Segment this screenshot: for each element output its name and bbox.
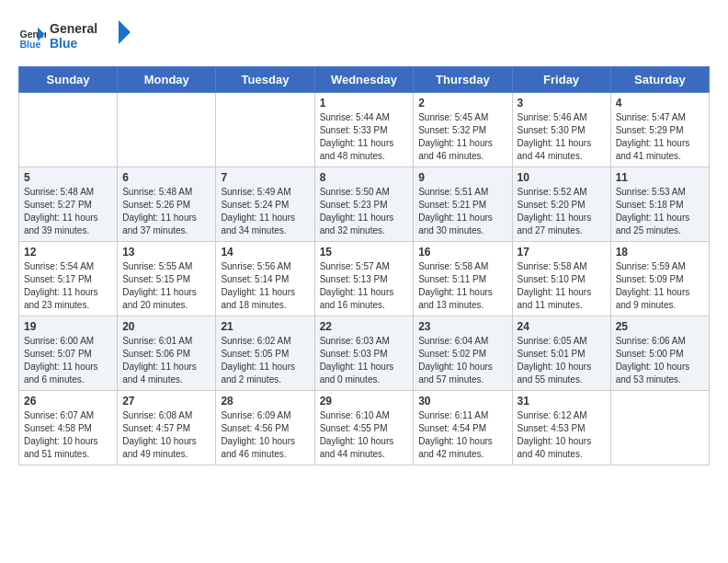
calendar-cell: 25Sunrise: 6:06 AM Sunset: 5:00 PM Dayli…: [610, 316, 709, 390]
calendar-cell: 31Sunrise: 6:12 AM Sunset: 4:53 PM Dayli…: [512, 390, 610, 465]
day-number: 13: [122, 246, 210, 259]
day-number: 31: [518, 395, 606, 408]
day-number: 26: [24, 395, 112, 408]
day-number: 22: [320, 320, 409, 333]
calendar-cell: 5Sunrise: 5:48 AM Sunset: 5:27 PM Daylig…: [19, 167, 118, 241]
calendar-cell: 3Sunrise: 5:46 AM Sunset: 5:30 PM Daylig…: [512, 92, 610, 167]
logo-icon: General Blue: [18, 24, 46, 52]
day-info: Sunrise: 5:48 AM Sunset: 5:27 PM Dayligh…: [24, 186, 112, 237]
day-number: 2: [418, 97, 506, 109]
day-number: 17: [518, 246, 606, 259]
day-number: 16: [418, 246, 506, 259]
day-info: Sunrise: 6:08 AM Sunset: 4:57 PM Dayligh…: [122, 409, 210, 461]
day-info: Sunrise: 6:01 AM Sunset: 5:06 PM Dayligh…: [122, 335, 210, 386]
calendar-table: SundayMondayTuesdayWednesdayThursdayFrid…: [18, 66, 710, 465]
day-info: Sunrise: 5:56 AM Sunset: 5:14 PM Dayligh…: [221, 260, 309, 312]
weekday-header-thursday: Thursday: [414, 66, 512, 92]
day-info: Sunrise: 6:04 AM Sunset: 5:02 PM Dayligh…: [418, 335, 506, 386]
svg-marker-5: [119, 20, 131, 44]
weekday-header-tuesday: Tuesday: [216, 66, 314, 92]
calendar-cell: 7Sunrise: 5:49 AM Sunset: 5:24 PM Daylig…: [216, 167, 314, 241]
day-info: Sunrise: 5:49 AM Sunset: 5:24 PM Dayligh…: [221, 186, 309, 237]
calendar-cell: 12Sunrise: 5:54 AM Sunset: 5:17 PM Dayli…: [19, 241, 118, 316]
weekday-header-friday: Friday: [512, 66, 610, 92]
day-info: Sunrise: 6:09 AM Sunset: 4:56 PM Dayligh…: [221, 409, 309, 461]
week-row-4: 19Sunrise: 6:00 AM Sunset: 5:07 PM Dayli…: [19, 316, 710, 390]
calendar-cell: 8Sunrise: 5:50 AM Sunset: 5:23 PM Daylig…: [314, 167, 414, 241]
day-info: Sunrise: 6:12 AM Sunset: 4:53 PM Dayligh…: [518, 409, 606, 461]
day-info: Sunrise: 5:45 AM Sunset: 5:32 PM Dayligh…: [418, 111, 506, 163]
logo: General Blue General Blue: [18, 18, 132, 57]
week-row-1: 1Sunrise: 5:44 AM Sunset: 5:33 PM Daylig…: [19, 92, 710, 167]
day-number: 24: [518, 320, 606, 333]
week-row-2: 5Sunrise: 5:48 AM Sunset: 5:27 PM Daylig…: [19, 167, 710, 241]
day-number: 9: [418, 171, 506, 184]
day-info: Sunrise: 5:52 AM Sunset: 5:20 PM Dayligh…: [518, 186, 606, 237]
calendar-cell: 15Sunrise: 5:57 AM Sunset: 5:13 PM Dayli…: [314, 241, 414, 316]
day-number: 12: [24, 246, 112, 259]
logo-line1: General Blue: [50, 18, 132, 57]
svg-text:Blue: Blue: [20, 38, 41, 49]
day-number: 11: [616, 171, 704, 184]
day-info: Sunrise: 5:50 AM Sunset: 5:23 PM Dayligh…: [320, 186, 409, 237]
calendar-cell: 23Sunrise: 6:04 AM Sunset: 5:02 PM Dayli…: [414, 316, 512, 390]
day-number: 20: [122, 320, 210, 333]
day-number: 3: [518, 97, 606, 109]
day-number: 15: [320, 246, 409, 259]
day-number: 23: [418, 320, 506, 333]
calendar-cell: [19, 92, 118, 167]
calendar-cell: 30Sunrise: 6:11 AM Sunset: 4:54 PM Dayli…: [414, 390, 512, 465]
calendar-cell: 6Sunrise: 5:48 AM Sunset: 5:26 PM Daylig…: [118, 167, 216, 241]
calendar-cell: 13Sunrise: 5:55 AM Sunset: 5:15 PM Dayli…: [118, 241, 216, 316]
calendar-cell: 18Sunrise: 5:59 AM Sunset: 5:09 PM Dayli…: [610, 241, 709, 316]
calendar-cell: 10Sunrise: 5:52 AM Sunset: 5:20 PM Dayli…: [512, 167, 610, 241]
calendar-cell: 11Sunrise: 5:53 AM Sunset: 5:18 PM Dayli…: [610, 167, 709, 241]
day-number: 14: [221, 246, 309, 259]
day-number: 4: [616, 97, 704, 109]
calendar-cell: 19Sunrise: 6:00 AM Sunset: 5:07 PM Dayli…: [19, 316, 118, 390]
day-info: Sunrise: 6:11 AM Sunset: 4:54 PM Dayligh…: [418, 409, 506, 461]
calendar-cell: [118, 92, 216, 167]
day-number: 19: [24, 320, 112, 333]
day-number: 30: [418, 395, 506, 408]
calendar-cell: 28Sunrise: 6:09 AM Sunset: 4:56 PM Dayli…: [216, 390, 314, 465]
day-number: 8: [320, 171, 409, 184]
day-info: Sunrise: 5:59 AM Sunset: 5:09 PM Dayligh…: [616, 260, 704, 312]
day-info: Sunrise: 5:53 AM Sunset: 5:18 PM Dayligh…: [616, 186, 704, 237]
day-number: 10: [518, 171, 606, 184]
day-number: 18: [616, 246, 704, 259]
day-info: Sunrise: 6:03 AM Sunset: 5:03 PM Dayligh…: [320, 335, 409, 386]
calendar-cell: 4Sunrise: 5:47 AM Sunset: 5:29 PM Daylig…: [610, 92, 709, 167]
week-row-5: 26Sunrise: 6:07 AM Sunset: 4:58 PM Dayli…: [19, 390, 710, 465]
calendar-cell: 22Sunrise: 6:03 AM Sunset: 5:03 PM Dayli…: [314, 316, 414, 390]
calendar-cell: [216, 92, 314, 167]
calendar-cell: 27Sunrise: 6:08 AM Sunset: 4:57 PM Dayli…: [118, 390, 216, 465]
calendar-cell: 2Sunrise: 5:45 AM Sunset: 5:32 PM Daylig…: [414, 92, 512, 167]
day-number: 1: [320, 97, 409, 109]
day-info: Sunrise: 6:06 AM Sunset: 5:00 PM Dayligh…: [616, 335, 704, 386]
calendar-cell: 16Sunrise: 5:58 AM Sunset: 5:11 PM Dayli…: [414, 241, 512, 316]
day-info: Sunrise: 5:44 AM Sunset: 5:33 PM Dayligh…: [320, 111, 409, 163]
day-info: Sunrise: 5:46 AM Sunset: 5:30 PM Dayligh…: [518, 111, 606, 163]
day-number: 21: [221, 320, 309, 333]
calendar-cell: 24Sunrise: 6:05 AM Sunset: 5:01 PM Dayli…: [512, 316, 610, 390]
calendar-cell: 1Sunrise: 5:44 AM Sunset: 5:33 PM Daylig…: [314, 92, 414, 167]
weekday-header-saturday: Saturday: [610, 66, 709, 92]
day-info: Sunrise: 5:58 AM Sunset: 5:10 PM Dayligh…: [518, 260, 606, 312]
day-info: Sunrise: 6:02 AM Sunset: 5:05 PM Dayligh…: [221, 335, 309, 386]
day-info: Sunrise: 6:00 AM Sunset: 5:07 PM Dayligh…: [24, 335, 112, 386]
day-info: Sunrise: 5:47 AM Sunset: 5:29 PM Dayligh…: [616, 111, 704, 163]
day-number: 29: [320, 395, 409, 408]
day-info: Sunrise: 6:10 AM Sunset: 4:55 PM Dayligh…: [320, 409, 409, 461]
weekday-header-monday: Monday: [118, 66, 216, 92]
svg-text:General: General: [50, 21, 97, 36]
calendar-cell: 17Sunrise: 5:58 AM Sunset: 5:10 PM Dayli…: [512, 241, 610, 316]
weekday-header-wednesday: Wednesday: [314, 66, 414, 92]
day-info: Sunrise: 5:57 AM Sunset: 5:13 PM Dayligh…: [320, 260, 409, 312]
day-info: Sunrise: 5:58 AM Sunset: 5:11 PM Dayligh…: [418, 260, 506, 312]
day-info: Sunrise: 5:48 AM Sunset: 5:26 PM Dayligh…: [122, 186, 210, 237]
calendar-cell: 29Sunrise: 6:10 AM Sunset: 4:55 PM Dayli…: [314, 390, 414, 465]
day-info: Sunrise: 6:07 AM Sunset: 4:58 PM Dayligh…: [24, 409, 112, 461]
day-number: 25: [616, 320, 704, 333]
svg-text:Blue: Blue: [50, 36, 78, 51]
